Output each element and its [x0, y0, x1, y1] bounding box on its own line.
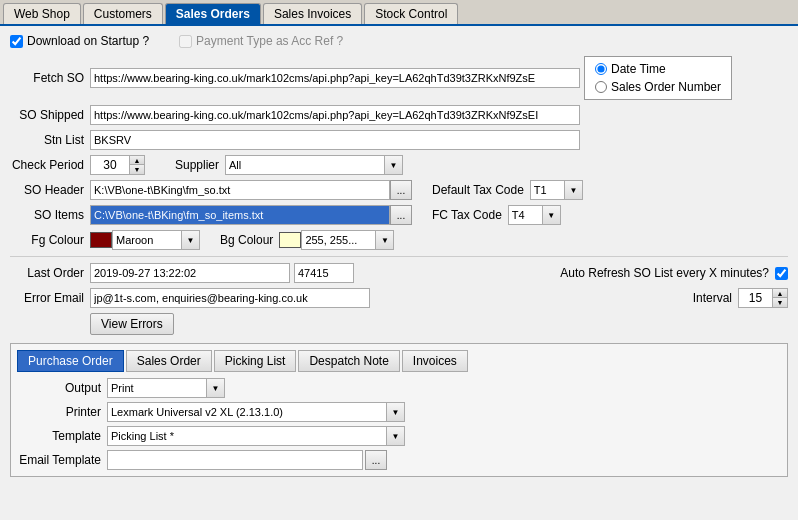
printer-dropdown-btn[interactable]: ▼: [387, 402, 405, 422]
interval-label: Interval: [693, 291, 732, 305]
supplier-label: Supplier: [175, 158, 219, 172]
doc-tab-purchase-order[interactable]: Purchase Order: [17, 350, 124, 372]
check-period-label: Check Period: [10, 158, 90, 172]
bg-colour-swatch[interactable]: [279, 232, 301, 248]
so-shipped-label: SO Shipped: [10, 108, 90, 122]
so-header-row: SO Header ... Default Tax Code ▼: [10, 180, 788, 200]
output-input[interactable]: [107, 378, 207, 398]
divider: [10, 256, 788, 257]
fetch-so-input[interactable]: [90, 68, 580, 88]
payment-type-item: Payment Type as Acc Ref ?: [179, 34, 343, 48]
error-email-input[interactable]: [90, 288, 370, 308]
bg-colour-label: Bg Colour: [220, 233, 273, 247]
interval-input[interactable]: [738, 288, 773, 308]
fg-colour-swatch[interactable]: [90, 232, 112, 248]
email-template-row: Email Template ...: [17, 450, 781, 470]
fc-tax-input[interactable]: [508, 205, 543, 225]
template-select-wrapper: ▼: [107, 426, 405, 446]
check-period-input[interactable]: [90, 155, 130, 175]
radio-sales-order-input[interactable]: [595, 81, 607, 93]
output-dropdown-btn[interactable]: ▼: [207, 378, 225, 398]
tab-stock-control[interactable]: Stock Control: [364, 3, 458, 24]
output-row: Output ▼: [17, 378, 781, 398]
radio-group: Date Time Sales Order Number: [584, 56, 732, 100]
interval-spin-buttons: ▲ ▼: [773, 288, 788, 308]
fg-colour-dropdown-btn[interactable]: ▼: [182, 230, 200, 250]
template-dropdown-btn[interactable]: ▼: [387, 426, 405, 446]
radio-sales-order-number: Sales Order Number: [595, 80, 721, 94]
so-header-label: SO Header: [10, 183, 90, 197]
email-template-label: Email Template: [17, 453, 107, 467]
check-period-up[interactable]: ▲: [130, 156, 144, 165]
view-errors-btn[interactable]: View Errors: [90, 313, 174, 335]
default-tax-select: ▼: [530, 180, 583, 200]
so-items-input[interactable]: [90, 205, 390, 225]
printer-input[interactable]: [107, 402, 387, 422]
default-tax-dropdown-btn[interactable]: ▼: [565, 180, 583, 200]
output-select-wrapper: ▼: [107, 378, 225, 398]
last-order-auto-refresh-row: Last Order Auto Refresh SO List every X …: [10, 263, 788, 283]
so-shipped-row: SO Shipped: [10, 105, 788, 125]
check-period-row: Check Period ▲ ▼ Supplier ▼: [10, 155, 788, 175]
auto-refresh-checkbox[interactable]: [775, 267, 788, 280]
fc-tax-dropdown-btn[interactable]: ▼: [543, 205, 561, 225]
interval-down[interactable]: ▼: [773, 298, 787, 307]
doc-tab-despatch-note[interactable]: Despatch Note: [298, 350, 399, 372]
download-on-startup-checkbox[interactable]: [10, 35, 23, 48]
tab-sales-invoices[interactable]: Sales Invoices: [263, 3, 362, 24]
order-num-input[interactable]: [294, 263, 354, 283]
default-tax-input[interactable]: [530, 180, 565, 200]
doc-tab-sales-order[interactable]: Sales Order: [126, 350, 212, 372]
fg-colour-input[interactable]: [112, 230, 182, 250]
error-email-interval-row: Error Email Interval ▲ ▼: [10, 288, 788, 308]
tab-customers[interactable]: Customers: [83, 3, 163, 24]
doc-tabs: Purchase Order Sales Order Picking List …: [17, 350, 781, 372]
main-content: Download on Startup ? Payment Type as Ac…: [0, 26, 798, 485]
doc-tab-invoices[interactable]: Invoices: [402, 350, 468, 372]
printer-select-wrapper: ▼: [107, 402, 405, 422]
tab-web-shop[interactable]: Web Shop: [3, 3, 81, 24]
bg-colour-select: ▼: [301, 230, 394, 250]
email-template-input[interactable]: [107, 450, 363, 470]
error-email-label: Error Email: [10, 291, 90, 305]
bottom-section: Purchase Order Sales Order Picking List …: [10, 343, 788, 477]
radio-group-container: Date Time Sales Order Number: [584, 56, 732, 100]
radio-date-time-label: Date Time: [611, 62, 666, 76]
check-period-spinner: ▲ ▼: [90, 155, 145, 175]
fetch-so-row: Fetch SO Date Time Sales Order Number: [10, 56, 788, 100]
interval-spinner: ▲ ▼: [738, 288, 788, 308]
download-on-startup-item: Download on Startup ?: [10, 34, 149, 48]
payment-type-label: Payment Type as Acc Ref ?: [196, 34, 343, 48]
last-order-label: Last Order: [10, 266, 90, 280]
radio-date-time: Date Time: [595, 62, 721, 76]
fc-tax-label: FC Tax Code: [432, 208, 502, 222]
last-order-input[interactable]: [90, 263, 290, 283]
auto-refresh-label: Auto Refresh SO List every X minutes?: [374, 266, 775, 280]
so-header-input[interactable]: [90, 180, 390, 200]
fg-colour-label: Fg Colour: [10, 233, 90, 247]
supplier-dropdown-btn[interactable]: ▼: [385, 155, 403, 175]
template-label: Template: [17, 429, 107, 443]
stn-list-row: Stn List: [10, 130, 788, 150]
radio-date-time-input[interactable]: [595, 63, 607, 75]
check-period-down[interactable]: ▼: [130, 165, 144, 174]
email-template-browse-btn[interactable]: ...: [365, 450, 387, 470]
so-items-browse-btn[interactable]: ...: [390, 205, 412, 225]
payment-type-checkbox[interactable]: [179, 35, 192, 48]
so-shipped-input[interactable]: [90, 105, 580, 125]
so-items-label: SO Items: [10, 208, 90, 222]
template-input[interactable]: [107, 426, 387, 446]
so-header-browse-btn[interactable]: ...: [390, 180, 412, 200]
printer-row: Printer ▼: [17, 402, 781, 422]
doc-tab-picking-list[interactable]: Picking List: [214, 350, 297, 372]
interval-up[interactable]: ▲: [773, 289, 787, 298]
bg-colour-input[interactable]: [301, 230, 376, 250]
supplier-input[interactable]: [225, 155, 385, 175]
tab-sales-orders[interactable]: Sales Orders: [165, 3, 261, 24]
view-errors-row: View Errors: [10, 313, 788, 335]
bg-colour-dropdown-btn[interactable]: ▼: [376, 230, 394, 250]
stn-list-label: Stn List: [10, 133, 90, 147]
stn-list-input[interactable]: [90, 130, 580, 150]
output-label: Output: [17, 381, 107, 395]
so-items-row: SO Items ... FC Tax Code ▼: [10, 205, 788, 225]
